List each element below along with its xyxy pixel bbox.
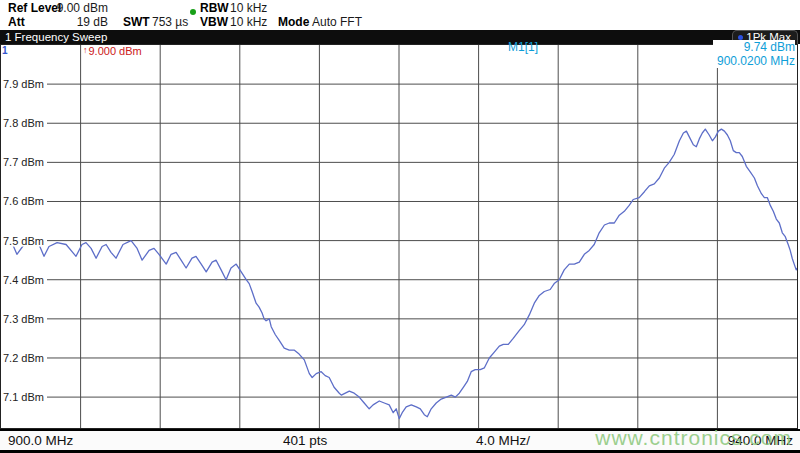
marker-level: 9.74 dBm [717,40,795,54]
start-frequency[interactable]: 900.0 MHz [8,433,73,448]
rbw-value[interactable]: 10 kHz [230,1,267,15]
marker-m1-label[interactable]: M1[1] [508,40,538,54]
vbw-value[interactable]: 10 kHz [230,15,267,29]
mode-label[interactable]: Mode [278,15,309,29]
svg-text:7.1 dBm: 7.1 dBm [3,391,44,403]
svg-text:7.5 dBm: 7.5 dBm [3,235,44,247]
ref-level-line-label: ↑9.000 dBm [83,45,142,57]
watermark: www.cntronics.com [595,426,792,450]
sweep-trace-svg: 7.9 dBm7.8 dBm7.7 dBm7.6 dBm7.5 dBm7.4 d… [1,45,797,428]
svg-text:7.3 dBm: 7.3 dBm [3,313,44,325]
marker-frequency: 900.0200 MHz [717,54,795,68]
measurement-settings-bar: Ref Level 9.00 dBm Att 19 dB SWT 753 µs … [0,0,800,30]
svg-text:7.7 dBm: 7.7 dBm [3,156,44,168]
att-label[interactable]: Att [8,15,25,29]
ref-level-arrow-icon: ↑ [83,45,88,55]
swt-label[interactable]: SWT [123,15,150,29]
window-title-bar: 1 Frequency Sweep 1Pk Max [0,30,800,44]
svg-text:7.2 dBm: 7.2 dBm [3,352,44,364]
svg-text:7.4 dBm: 7.4 dBm [3,274,44,286]
frequency-per-division[interactable]: 4.0 MHz/ [476,433,530,448]
swt-value[interactable]: 753 µs [152,15,188,29]
marker-readout: 9.74 dBm 900.0200 MHz [713,40,795,68]
att-value[interactable]: 19 dB [50,15,108,29]
ref-level-value[interactable]: 9.00 dBm [50,1,108,15]
trace-number-indicator: 1 [2,45,8,56]
sweep-points[interactable]: 401 pts [283,433,327,448]
svg-text:7.8 dBm: 7.8 dBm [3,117,44,129]
rbw-coupled-icon [190,4,199,18]
mode-value[interactable]: Auto FFT [312,15,362,29]
rbw-label[interactable]: RBW [200,1,229,15]
vbw-label[interactable]: VBW [200,15,228,29]
svg-text:7.6 dBm: 7.6 dBm [3,195,44,207]
svg-text:7.9 dBm: 7.9 dBm [3,78,44,90]
window-title: 1 Frequency Sweep [5,31,107,43]
sweep-diagram: 7.9 dBm7.8 dBm7.7 dBm7.6 dBm7.5 dBm7.4 d… [0,44,798,429]
